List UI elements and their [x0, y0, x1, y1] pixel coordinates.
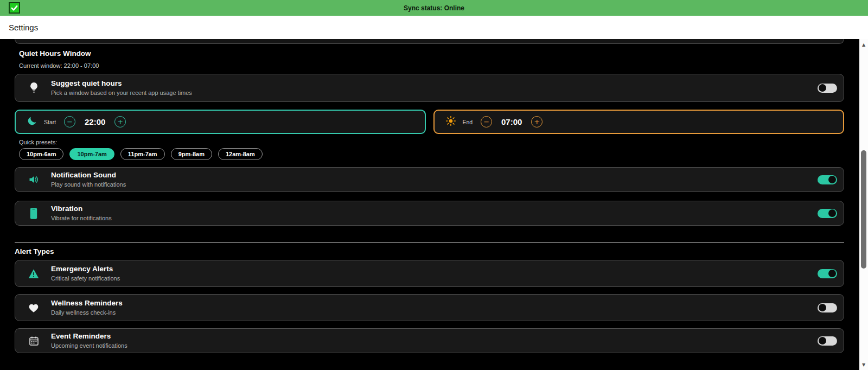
start-decrement-button[interactable]: −	[64, 116, 75, 127]
suggest-texts: Suggest quiet hours Pick a window based …	[51, 79, 818, 97]
suggest-subtitle: Pick a window based on your recent app u…	[51, 89, 818, 97]
notification-sound-toggle[interactable]	[818, 175, 837, 184]
partial-card-scrolled	[15, 39, 844, 44]
heart-icon	[27, 303, 40, 313]
scrollbar-thumb[interactable]	[861, 150, 866, 269]
phone-icon	[27, 207, 40, 220]
sync-status-text: Sync status: Online	[404, 4, 464, 12]
wellness-reminders-toggle[interactable]	[818, 303, 837, 312]
toggle-knob	[819, 84, 826, 92]
suggest-quiet-hours-row: Suggest quiet hours Pick a window based …	[15, 74, 844, 102]
event-reminders-title: Event Reminders	[51, 332, 818, 341]
wellness-reminders-subtitle: Daily wellness check-ins	[51, 309, 818, 316]
toggle-knob	[828, 270, 836, 277]
alert-types-section-title: Alert Types	[15, 247, 844, 256]
settings-scroll-area: Quiet Hours Window Current window: 22:00…	[0, 39, 868, 370]
calendar-icon	[27, 336, 40, 346]
scrollbar-down-arrow-icon[interactable]: ▼	[859, 361, 868, 368]
notification-sound-subtitle: Play sound with notifications	[51, 181, 818, 188]
toggle-knob	[819, 304, 826, 311]
wellness-reminders-title: Wellness Reminders	[51, 299, 818, 308]
quick-presets-label: Quick presets:	[19, 139, 844, 145]
preset-pill-10pm-7am[interactable]: 10pm-7am	[69, 148, 114, 160]
emergency-alerts-toggle[interactable]	[818, 269, 837, 278]
suggest-quiet-hours-toggle[interactable]	[818, 84, 837, 93]
speaker-icon	[27, 174, 40, 185]
toggle-knob	[828, 176, 836, 183]
quiet-hours-time-row: Start − 22:00 + End − 07:00 +	[15, 110, 844, 134]
preset-pill-11pm-7am[interactable]: 11pm-7am	[120, 148, 165, 160]
lightbulb-icon	[27, 81, 40, 94]
vibration-toggle[interactable]	[818, 209, 837, 218]
quiet-hours-section-title: Quiet Hours Window	[19, 49, 844, 58]
moon-icon	[27, 116, 37, 129]
toggle-knob	[819, 337, 826, 345]
suggest-title: Suggest quiet hours	[51, 79, 818, 88]
end-label: End	[463, 119, 473, 125]
event-reminders-texts: Event Reminders Upcoming event notificat…	[51, 332, 818, 349]
scrollbar-up-arrow-icon[interactable]: ▲	[859, 41, 868, 48]
quick-presets-row: 10pm-6am 10pm-7am 11pm-7am 9pm-8am 12am-…	[19, 148, 844, 160]
start-label: Start	[44, 119, 56, 125]
sun-icon	[445, 116, 456, 129]
warning-triangle-icon	[27, 269, 40, 279]
vibration-row: Vibration Vibrate for notifications	[15, 201, 844, 226]
notification-sound-title: Notification Sound	[51, 171, 818, 180]
end-decrement-button[interactable]: −	[481, 116, 492, 127]
emergency-alerts-texts: Emergency Alerts Critical safety notific…	[51, 265, 818, 282]
emergency-alerts-subtitle: Critical safety notifications	[51, 275, 818, 282]
end-increment-button[interactable]: +	[531, 116, 542, 127]
section-divider	[15, 242, 844, 243]
vibration-title: Vibration	[51, 205, 818, 213]
vibration-texts: Vibration Vibrate for notifications	[51, 205, 818, 222]
sync-status-bar: Sync status: Online	[0, 0, 868, 16]
wellness-reminders-row: Wellness Reminders Daily wellness check-…	[15, 294, 844, 321]
wellness-reminders-texts: Wellness Reminders Daily wellness check-…	[51, 299, 818, 316]
notification-sound-row: Notification Sound Play sound with notif…	[15, 167, 844, 192]
end-time-value: 07:00	[500, 117, 523, 126]
green-checkbox-icon	[9, 2, 20, 14]
preset-pill-9pm-8am[interactable]: 9pm-8am	[171, 148, 212, 160]
event-reminders-subtitle: Upcoming event notifications	[51, 342, 818, 349]
page-title: Settings	[9, 23, 38, 32]
toggle-knob	[828, 209, 836, 217]
event-reminders-toggle[interactable]	[818, 336, 837, 346]
start-time-value: 22:00	[84, 117, 106, 126]
emergency-alerts-row: Emergency Alerts Critical safety notific…	[15, 260, 844, 287]
notification-sound-texts: Notification Sound Play sound with notif…	[51, 171, 818, 188]
preset-pill-10pm-6am[interactable]: 10pm-6am	[19, 148, 63, 160]
preset-pill-12am-8am[interactable]: 12am-8am	[218, 148, 263, 160]
vertical-scrollbar[interactable]: ▲ ▼	[859, 39, 868, 370]
event-reminders-row: Event Reminders Upcoming event notificat…	[15, 328, 844, 353]
emergency-alerts-title: Emergency Alerts	[51, 265, 818, 273]
end-time-field: End − 07:00 +	[433, 110, 845, 134]
vibration-subtitle: Vibrate for notifications	[51, 214, 818, 222]
page-header: Settings	[0, 16, 868, 39]
start-increment-button[interactable]: +	[114, 116, 126, 127]
current-window-text: Current window: 22:00 - 07:00	[19, 62, 844, 69]
start-time-field: Start − 22:00 +	[15, 110, 426, 134]
